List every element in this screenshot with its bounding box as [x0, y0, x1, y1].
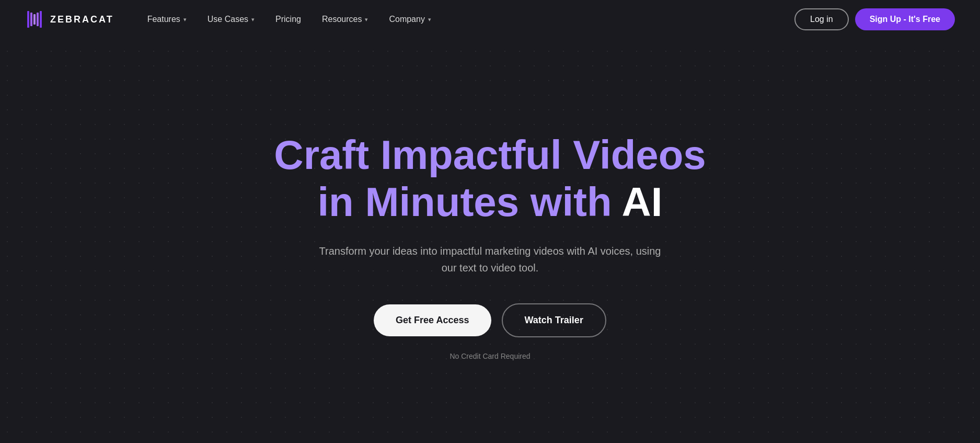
svg-rect-1	[30, 13, 32, 26]
svg-rect-3	[37, 13, 39, 26]
nav-pricing[interactable]: Pricing	[267, 10, 309, 28]
signup-button[interactable]: Sign Up - It's Free	[855, 8, 955, 30]
svg-rect-0	[27, 11, 29, 28]
navbar: ZEBRACAT Features ▾ Use Cases ▾ Pricing …	[0, 0, 980, 39]
features-chevron-icon: ▾	[183, 16, 187, 23]
hero-title-line2-start: in Minutes with	[317, 179, 621, 225]
svg-rect-4	[40, 11, 42, 28]
nav-features[interactable]: Features ▾	[139, 10, 195, 28]
nav-left: ZEBRACAT Features ▾ Use Cases ▾ Pricing …	[25, 10, 440, 29]
get-free-access-button[interactable]: Get Free Access	[374, 304, 491, 336]
brand-name: ZEBRACAT	[50, 14, 114, 25]
login-button[interactable]: Log in	[794, 8, 849, 30]
hero-title-ai: AI	[622, 179, 663, 225]
no-credit-card-text: No Credit Card Required	[449, 352, 530, 360]
hero-buttons: Get Free Access Watch Trailer	[374, 303, 606, 337]
logo[interactable]: ZEBRACAT	[25, 10, 114, 29]
hero-subtitle: Transform your ideas into impactful mark…	[313, 243, 668, 276]
company-chevron-icon: ▾	[428, 16, 431, 23]
hero-title-line2: in Minutes with AI	[274, 179, 706, 226]
resources-chevron-icon: ▾	[365, 16, 368, 23]
logo-icon	[25, 10, 44, 29]
hero-section: Craft Impactful Videos in Minutes with A…	[0, 39, 980, 443]
nav-right: Log in Sign Up - It's Free	[794, 8, 955, 30]
use-cases-chevron-icon: ▾	[251, 16, 255, 23]
nav-links: Features ▾ Use Cases ▾ Pricing Resources…	[139, 10, 440, 28]
hero-title: Craft Impactful Videos in Minutes with A…	[274, 132, 706, 225]
watch-trailer-button[interactable]: Watch Trailer	[502, 303, 606, 337]
nav-use-cases[interactable]: Use Cases ▾	[199, 10, 263, 28]
nav-company[interactable]: Company ▾	[381, 10, 439, 28]
nav-resources[interactable]: Resources ▾	[314, 10, 376, 28]
svg-rect-2	[33, 14, 36, 25]
hero-title-line1: Craft Impactful Videos	[274, 132, 706, 179]
